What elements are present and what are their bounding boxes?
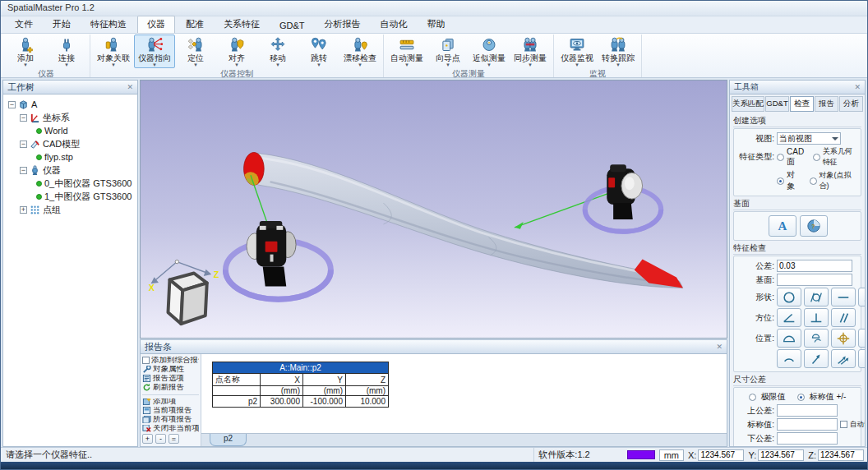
report-tab-p2[interactable]: p2 [210,434,247,446]
green-dot-icon [36,194,42,200]
tab-relation-match[interactable]: 关系匹配 [732,96,764,112]
auto-nominal-checkbox[interactable] [840,421,847,428]
collapse-icon[interactable] [20,114,27,122]
datum-input[interactable] [777,274,852,286]
arc-profile-button[interactable] [777,349,801,368]
guide-points-button[interactable]: 向导点 ▼ [427,35,469,68]
z-coordinate-field[interactable] [818,449,864,461]
angularity-button[interactable] [777,308,801,327]
radio-limit-value[interactable] [749,394,756,401]
menu-tab-help[interactable]: 帮助 [418,16,455,33]
move-button[interactable]: 移动 ▼ [257,35,298,68]
tree-node-instruments[interactable]: 仪器 [5,164,136,177]
tree-node-flyp-stp[interactable]: flyp.stp [5,150,136,164]
view-dropdown[interactable]: 当前视图 [777,132,841,145]
zoom-fit-button[interactable]: = [169,434,179,444]
report-options-button[interactable]: 报告选项 [142,375,199,382]
object-properties-button[interactable]: 对象属性 [142,366,199,373]
add-item-button[interactable]: 添加项 [142,399,199,406]
all-items-report-button[interactable]: 所有项报告 [142,416,199,423]
menu-tab-gdt[interactable]: GD&T [270,19,314,33]
object-link-button[interactable]: 对象关联 ▼ [93,35,134,68]
zoom-in-button[interactable]: + [142,434,153,444]
tree-node-world[interactable]: World [5,124,136,137]
y-coordinate-field[interactable] [758,449,804,461]
drift-check-button[interactable]: 漂移检查 ▼ [339,35,381,68]
tree-node-cad-model[interactable]: CAD模型 [5,137,136,150]
menu-tab-instrument[interactable]: 仪器 [137,16,175,33]
expand-icon[interactable] [20,206,27,214]
add-instrument-button[interactable]: 添加 ▼ [5,35,46,68]
current-item-report-button[interactable]: 当前项报告 [142,407,199,414]
close-icon[interactable]: ✕ [716,343,723,351]
locate-button[interactable]: 定位 ▼ [175,35,216,68]
tab-analysis[interactable]: 分析 [839,96,863,112]
radio-relation-geometry[interactable] [813,154,820,161]
roundness-button[interactable] [777,288,801,306]
datum-target-button[interactable]: ? [800,215,828,237]
collapse-icon[interactable] [8,101,16,108]
straightness-button[interactable] [831,288,856,306]
tree-node-coordsys[interactable]: 坐标系 [5,111,136,124]
total-runout-button[interactable] [831,349,856,368]
radio-cad-face[interactable] [777,154,784,161]
parallelism-button[interactable] [831,308,856,327]
radio-object[interactable] [777,177,784,185]
point-report-table[interactable]: A::Main::p2 点名称 X Y Z (mm) [212,362,389,408]
close-non-current-button[interactable]: 关闭非当前项 [142,425,199,432]
add-to-summary-checkbox[interactable]: 添加到综合报告 [142,357,199,364]
instrument-monitor-button[interactable]: 仪器监视 ▼ [556,35,598,68]
flatness-button[interactable] [858,288,865,306]
tab-inspect[interactable]: 检查 [790,96,814,112]
connect-button[interactable]: 连接 ▼ [46,35,87,68]
total-runout-icon [835,352,852,366]
tree-node-instrument-0[interactable]: 0_中图仪器 GTS3600 [5,177,136,190]
datum-label-button[interactable]: A [769,215,796,237]
sync-measure-button[interactable]: 同步测量 ▼ [510,35,551,68]
symmetry-button[interactable] [858,329,865,348]
menu-tab-start[interactable]: 开始 [44,16,80,33]
jump-button[interactable]: 跳转 ▼ [298,35,339,68]
approx-measure-button[interactable]: 近似测量 ▼ [469,35,510,68]
cylindricity-button[interactable] [804,288,829,306]
perpendicularity-button[interactable] [804,308,829,327]
profile-line-button[interactable] [804,329,829,348]
menu-tab-analysis-report[interactable]: 分析报告 [316,16,370,33]
checkbox-icon[interactable] [142,357,150,364]
refresh-report-button[interactable]: 刷新报告 [142,384,199,391]
menu-tab-automation[interactable]: 自动化 [372,16,417,33]
runout-button[interactable] [804,349,829,368]
menu-tab-relation-feature[interactable]: 关系特征 [215,16,269,33]
transform-tracking-button[interactable]: 转换跟踪 ▼ [598,35,639,68]
zoom-out-button[interactable]: - [155,434,166,444]
collapse-icon[interactable] [20,167,27,174]
tree-node-point-group[interactable]: 点组 [5,203,136,216]
menu-tab-registration[interactable]: 配准 [177,16,213,33]
color-swatch[interactable] [627,450,655,459]
tab-gdt[interactable]: GD&T [765,96,789,112]
tree-node-instrument-1[interactable]: 1_中图仪器 GTS3600 [5,190,136,203]
viewport-3d[interactable]: X Z [140,80,727,339]
align-button[interactable]: 对齐 ▼ [216,35,257,68]
collapse-icon[interactable] [20,141,27,148]
auto-measure-button[interactable]: 自动测量 ▼ [386,35,427,68]
lower-tolerance-input[interactable] [777,432,838,445]
tolerance-input[interactable] [777,260,852,272]
close-icon[interactable]: ✕ [854,83,861,91]
concentricity-button[interactable] [858,349,865,368]
nominal-input[interactable] [777,418,838,431]
tab-report[interactable]: 报告 [815,96,838,112]
x-coordinate-field[interactable] [698,449,744,461]
radio-nominal-value[interactable] [797,394,805,401]
unit-indicator[interactable]: mm [659,449,684,461]
menu-tab-feature-construct[interactable]: 特征构造 [81,16,136,33]
menu-tab-file[interactable]: 文件 [6,16,42,33]
close-icon[interactable]: ✕ [127,83,133,91]
tree-node-root[interactable]: A [5,98,136,111]
table-row[interactable]: p2 300.000 -100.000 10.000 [213,396,389,408]
radio-object-point-fit[interactable] [810,177,817,185]
upper-tolerance-input[interactable] [777,404,838,417]
instrument-pointing-button[interactable]: 仪器指向 ▼ [134,35,175,68]
profile-surface-button[interactable] [777,329,801,348]
position-button[interactable] [831,329,856,348]
